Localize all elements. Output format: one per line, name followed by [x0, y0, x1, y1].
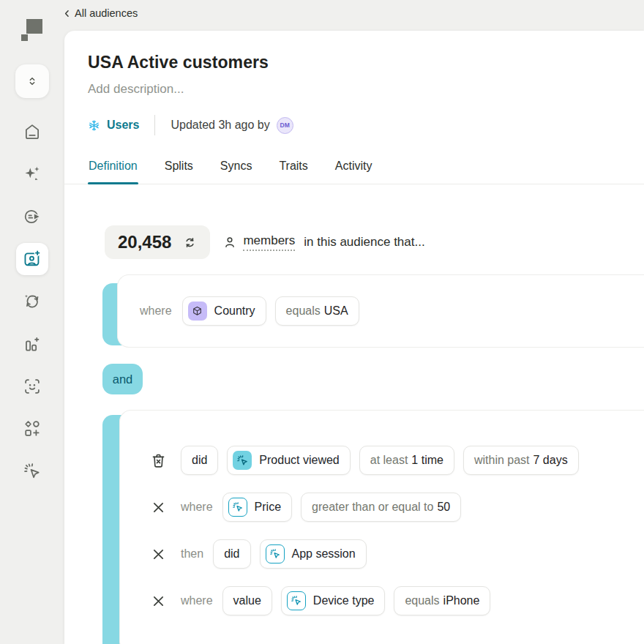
and-connector-chip[interactable]: and	[102, 364, 143, 394]
tab-definition[interactable]: Definition	[88, 154, 138, 184]
definition-panel: 20,458 members	[64, 184, 644, 644]
workspace-switcher-button[interactable]	[15, 64, 49, 98]
condition-card: did Product viewed at least 1	[119, 410, 644, 644]
home-icon	[23, 122, 42, 141]
ai-sparkles-icon	[23, 165, 42, 184]
sidebar-item-journeys[interactable]	[16, 285, 48, 318]
operator-button[interactable]: equals USA	[275, 296, 359, 326]
apps-shapes-icon	[23, 419, 42, 438]
did-label: did	[224, 547, 239, 561]
sidebar-item-ai[interactable]	[16, 158, 48, 190]
cube-icon	[188, 302, 207, 321]
logo-small-square	[21, 34, 28, 41]
members-link[interactable]: members	[243, 233, 295, 251]
source-link[interactable]: Users	[88, 119, 139, 132]
sidebar-item-analytics[interactable]	[16, 328, 48, 360]
frequency-button[interactable]: at least 1 time	[359, 446, 454, 475]
sidebar-item-profiles[interactable]	[16, 201, 48, 233]
audience-detail-card: USA Active customers Add description... …	[64, 31, 644, 644]
condition-keyword: then	[181, 547, 203, 561]
breadcrumb-label: All audiences	[75, 7, 138, 19]
snowflake-icon	[88, 119, 100, 132]
member-count-value: 20,458	[118, 232, 171, 252]
magic-cursor-icon	[228, 498, 247, 517]
member-count-row: 20,458 members	[105, 225, 644, 259]
person-icon	[222, 235, 237, 250]
operator-value: 50	[437, 501, 450, 514]
did-button[interactable]: did	[181, 446, 218, 475]
avatar[interactable]: DM	[277, 117, 293, 134]
condition-keyword: where	[181, 501, 213, 514]
property-condition-row: where Price greater than or equal to 50	[149, 493, 644, 522]
condition-keyword: where	[181, 594, 213, 607]
frequency-text: at least	[370, 454, 408, 467]
did-button[interactable]: did	[213, 539, 250, 569]
page-title: USA Active customers	[88, 53, 621, 72]
property-button[interactable]: Price	[222, 493, 292, 522]
profiles-icon	[23, 207, 42, 226]
window-value: 7 days	[533, 454, 568, 467]
did-label: did	[192, 454, 207, 467]
condition-row: where Country equals USA	[140, 296, 644, 326]
meta-row: Users Updated 3h ago by DM	[88, 115, 621, 135]
member-count-pill: 20,458	[105, 225, 210, 259]
event-condition-row: did Product viewed at least 1	[149, 446, 644, 475]
condition-keyword: where	[140, 304, 172, 318]
description-placeholder[interactable]: Add description...	[88, 82, 621, 97]
condition-card: where Country equals USA	[117, 274, 644, 348]
sidebar-item-audiences[interactable]	[16, 243, 48, 275]
tab-traits[interactable]: Traits	[278, 154, 308, 184]
property-button[interactable]: Device type	[281, 586, 386, 615]
magic-cursor-icon	[266, 544, 285, 564]
sidebar-item-home[interactable]	[16, 116, 48, 148]
close-icon[interactable]	[149, 547, 167, 562]
value-button[interactable]: value	[222, 586, 272, 615]
breadcrumb-back[interactable]: All audiences	[61, 7, 138, 19]
face-scan-icon	[23, 377, 42, 396]
magic-cursor-icon	[23, 462, 42, 481]
event-button[interactable]: Product viewed	[227, 446, 350, 475]
members-group: members in this audience that...	[222, 233, 424, 251]
close-icon[interactable]	[149, 500, 167, 515]
condition-group-2: did Product viewed at least 1	[102, 410, 644, 644]
trash-icon[interactable]	[149, 452, 167, 469]
sidebar-item-identity[interactable]	[16, 370, 48, 402]
tab-activity[interactable]: Activity	[334, 154, 373, 184]
company-logo[interactable]	[18, 18, 47, 47]
operator-button[interactable]: equals iPhone	[394, 586, 490, 615]
sidebar-item-apps[interactable]	[16, 413, 48, 445]
operator-button[interactable]: greater than or equal to 50	[301, 493, 461, 522]
chevron-left-icon	[61, 8, 72, 19]
time-window-button[interactable]: within past 7 days	[463, 446, 579, 475]
frequency-value: 1 time	[411, 454, 443, 467]
updated-info: Updated 3h ago by DM	[171, 117, 293, 134]
tab-syncs[interactable]: Syncs	[220, 154, 253, 184]
chevron-up-down-icon	[25, 74, 40, 89]
then-condition-row: then did App session	[149, 539, 644, 569]
sidebar	[0, 0, 64, 644]
logo-big-square	[26, 19, 42, 34]
operator-value: USA	[324, 304, 348, 318]
audience-header: USA Active customers Add description... …	[64, 31, 644, 135]
magic-cursor-icon	[233, 451, 252, 470]
divider	[154, 115, 155, 135]
value-label: value	[233, 594, 261, 607]
property-name: Price	[255, 501, 281, 514]
condition-group-1: where Country equals USA	[102, 274, 644, 348]
sidebar-item-event-explorer[interactable]	[16, 455, 48, 487]
property-name: Country	[214, 304, 255, 318]
sidebar-nav	[16, 116, 48, 487]
property-button[interactable]: Country	[182, 296, 266, 326]
window-text: within past	[474, 454, 530, 467]
value-condition-row: where value Device type	[149, 586, 644, 615]
refresh-icon[interactable]	[183, 236, 197, 250]
members-suffix: in this audience that...	[304, 235, 424, 250]
magic-cursor-icon	[287, 591, 306, 610]
event-name: Product viewed	[259, 454, 339, 467]
tab-splits[interactable]: Splits	[164, 154, 194, 184]
tab-bar: Definition Splits Syncs Traits Activity	[64, 154, 644, 184]
close-icon[interactable]	[149, 594, 167, 609]
property-name: Device type	[313, 594, 375, 607]
journeys-loop-icon	[23, 292, 42, 311]
event-button[interactable]: App session	[260, 539, 367, 569]
